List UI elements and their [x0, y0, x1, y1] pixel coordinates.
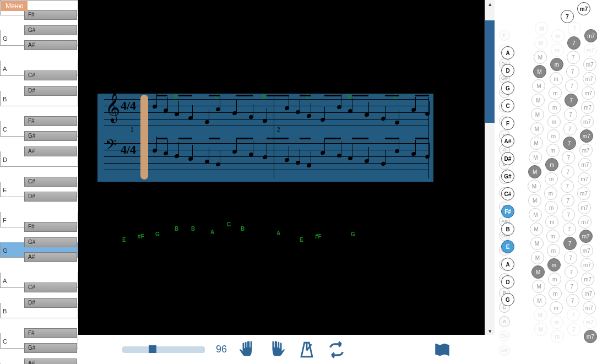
chord-quality-7[interactable]: 7: [563, 137, 576, 150]
chord-quality-M[interactable]: M: [530, 222, 543, 236]
chord-quality-m[interactable]: m: [547, 115, 561, 128]
chord-quality-7[interactable]: 7: [566, 294, 579, 307]
chord-root-C[interactable]: C: [501, 99, 514, 112]
chord-quality-m7[interactable]: m7: [578, 201, 591, 214]
black-key-D#[interactable]: D#: [24, 192, 77, 202]
black-key-A#[interactable]: A#: [24, 40, 77, 50]
chord-quality-M[interactable]: M: [531, 265, 545, 279]
menu-button[interactable]: Меню: [1, 1, 28, 11]
chord-quality-m[interactable]: m: [551, 29, 565, 42]
chord-quality-7[interactable]: 7: [568, 22, 581, 35]
chord-quality-M[interactable]: M: [529, 208, 542, 221]
chord-quality-M[interactable]: M: [534, 323, 547, 336]
chord-quality-M[interactable]: M: [530, 237, 544, 250]
chord-root-F[interactable]: F: [501, 117, 514, 130]
chord-quality-M[interactable]: M: [529, 151, 542, 164]
chord-sharp-G#[interactable]: G#: [499, 345, 510, 356]
chord-quality-M[interactable]: M: [534, 308, 547, 322]
chord-quality-7[interactable]: 7: [563, 222, 576, 236]
right-hand-icon[interactable]: [268, 340, 286, 359]
black-key-A#[interactable]: A#: [24, 358, 77, 365]
black-key-F#[interactable]: F#: [24, 328, 77, 338]
chord-quality-m7[interactable]: m7: [584, 44, 597, 57]
black-key-C#[interactable]: C#: [24, 177, 77, 187]
playhead[interactable]: [140, 95, 148, 180]
chord-root-F#[interactable]: F#: [501, 205, 514, 218]
chord-quality-7[interactable]: 7: [565, 94, 578, 107]
chord-root-E[interactable]: E: [501, 240, 514, 253]
chord-quality-m[interactable]: m: [546, 230, 560, 243]
chord-quality-M[interactable]: M: [534, 36, 547, 50]
chord-quality-7[interactable]: 7: [567, 51, 580, 64]
black-key-F#[interactable]: F#: [24, 222, 77, 232]
chord-quality-m[interactable]: m: [551, 44, 564, 57]
chord-quality-M[interactable]: M: [530, 137, 543, 150]
chord-quality-m[interactable]: m: [548, 101, 561, 114]
black-key-F#[interactable]: F#: [24, 116, 77, 126]
tempo-slider[interactable]: [122, 346, 205, 353]
chord-quality-m7[interactable]: m7: [582, 86, 595, 100]
chord-quality-7[interactable]: 7: [562, 208, 575, 221]
chord-root-G[interactable]: G: [501, 82, 514, 95]
chord-root-C#[interactable]: C#: [501, 187, 514, 200]
chord-quality-m7[interactable]: m7: [578, 172, 591, 186]
vertical-scrollbar[interactable]: ▴ ▾: [485, 0, 495, 335]
tempo-thumb[interactable]: [149, 345, 156, 353]
chord-quality-7[interactable]: 7: [561, 165, 574, 178]
chord-quality-m7[interactable]: m7: [579, 144, 593, 157]
chord-quality-7[interactable]: 7: [563, 122, 577, 135]
scroll-up-icon[interactable]: ▴: [485, 0, 495, 8]
chord-quality-7[interactable]: 7: [561, 194, 574, 207]
chord-root-D#[interactable]: D#: [501, 152, 514, 165]
chord-quality-m[interactable]: m: [544, 187, 557, 200]
chord-quality-M[interactable]: M: [528, 165, 541, 178]
chord-root-G#[interactable]: G#: [501, 170, 514, 183]
chord-sharp-A[interactable]: A: [499, 316, 510, 327]
black-key-G#[interactable]: G#: [24, 131, 77, 141]
chord-quality-m[interactable]: m: [550, 58, 563, 71]
chord-quality-7[interactable]: 7: [567, 36, 580, 50]
scroll-down-icon[interactable]: ▾: [485, 327, 495, 335]
chord-sharp-F[interactable]: F: [499, 30, 510, 41]
chord-quality-m[interactable]: m: [549, 86, 562, 100]
chord-quality-M[interactable]: M: [528, 180, 541, 193]
chord-quality-m7[interactable]: m7: [580, 244, 593, 257]
chord-quality-7[interactable]: 7: [566, 65, 579, 78]
black-key-D#[interactable]: D#: [24, 86, 77, 96]
chord-quality-m7[interactable]: m7: [577, 187, 590, 200]
black-key-F#[interactable]: F#: [24, 10, 77, 20]
chord-quality-m[interactable]: m: [550, 301, 563, 314]
chord-quality-m7[interactable]: m7: [579, 230, 593, 243]
chord-quality-M[interactable]: M: [528, 194, 541, 207]
black-key-G#[interactable]: G#: [24, 343, 77, 353]
chord-quality-m[interactable]: m: [547, 244, 560, 257]
scroll-thumb[interactable]: [485, 20, 495, 123]
black-key-C#[interactable]: C#: [24, 282, 77, 292]
chord-quality-7[interactable]: 7: [565, 265, 578, 279]
chord-quality-m7[interactable]: m7: [583, 316, 596, 329]
metronome-icon[interactable]: [297, 340, 316, 359]
chord-quality-7[interactable]: 7: [562, 151, 575, 164]
chord-wheel[interactable]: G#D#AEBF#C#G#D#A#FCGDAEBF#C#G#D#A#Fm77AD…: [495, 0, 597, 364]
black-key-A#[interactable]: A#: [24, 252, 77, 262]
chord-quality-M[interactable]: M: [530, 122, 544, 135]
chord-quality-M[interactable]: M: [532, 79, 545, 93]
black-key-C#[interactable]: C#: [24, 70, 77, 80]
chord-quality-m[interactable]: m: [550, 316, 563, 329]
chord-quality-m[interactable]: m: [545, 172, 558, 186]
chord-root-B[interactable]: B: [501, 222, 514, 236]
chord-quality-M[interactable]: M: [534, 51, 547, 64]
chord-quality-m7[interactable]: m7: [581, 273, 594, 286]
chord-quality-m7[interactable]: m7: [582, 287, 595, 300]
chord-chip-m7[interactable]: m7: [577, 2, 590, 15]
chord-quality-7[interactable]: 7: [567, 308, 580, 322]
chord-root-A[interactable]: A: [501, 46, 514, 59]
black-key-D#[interactable]: D#: [24, 298, 77, 308]
chord-quality-M[interactable]: M: [532, 280, 545, 293]
chord-quality-M[interactable]: M: [531, 251, 544, 264]
chord-chip-7[interactable]: 7: [561, 10, 574, 23]
chord-quality-m7[interactable]: m7: [584, 29, 597, 42]
chord-quality-7[interactable]: 7: [565, 79, 578, 93]
black-key-G#[interactable]: G#: [24, 237, 77, 247]
chord-quality-7[interactable]: 7: [563, 237, 577, 250]
